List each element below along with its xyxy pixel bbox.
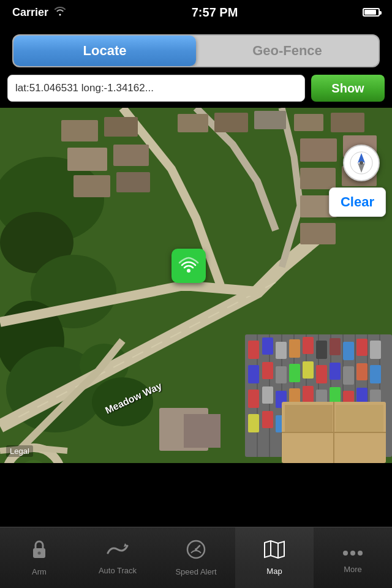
svg-rect-45 xyxy=(316,341,327,359)
tab-map[interactable]: Map xyxy=(235,527,314,588)
svg-rect-17 xyxy=(214,113,248,132)
carrier-label: Carrier xyxy=(12,6,48,19)
clear-button[interactable]: Clear xyxy=(329,187,386,217)
geo-fence-tab[interactable]: Geo-Fence xyxy=(196,36,379,66)
svg-rect-41 xyxy=(262,337,273,355)
svg-rect-16 xyxy=(178,114,208,132)
svg-rect-52 xyxy=(276,366,287,383)
svg-rect-64 xyxy=(303,386,314,403)
svg-rect-86 xyxy=(184,414,221,448)
svg-rect-46 xyxy=(330,338,341,355)
signal-icon xyxy=(178,255,200,277)
svg-rect-50 xyxy=(248,365,259,383)
tab-auto-track[interactable]: Auto Track xyxy=(78,527,157,588)
compass-icon xyxy=(349,151,374,175)
svg-rect-18 xyxy=(254,111,286,129)
svg-point-101 xyxy=(343,551,348,556)
svg-rect-53 xyxy=(289,364,300,382)
svg-rect-13 xyxy=(113,145,149,166)
svg-point-98 xyxy=(195,548,197,551)
tab-speed-alert-label: Speed Alert xyxy=(175,567,216,576)
svg-rect-21 xyxy=(300,138,337,162)
svg-rect-27 xyxy=(300,223,336,244)
lock-icon xyxy=(31,540,48,564)
status-right xyxy=(363,8,380,17)
svg-rect-11 xyxy=(104,117,138,137)
dots-icon xyxy=(342,541,364,561)
svg-rect-40 xyxy=(248,341,259,359)
legal-text: Legal xyxy=(6,445,33,457)
tab-bar: Arm Auto Track Speed Alert xyxy=(0,527,392,588)
coords-row: Show xyxy=(7,75,385,102)
svg-rect-20 xyxy=(331,113,364,132)
svg-point-91 xyxy=(360,161,363,165)
svg-rect-42 xyxy=(276,342,287,359)
svg-rect-57 xyxy=(343,366,354,385)
time-label: 7:57 PM xyxy=(192,6,238,20)
locate-tab[interactable]: Locate xyxy=(13,36,196,66)
tab-auto-track-label: Auto Track xyxy=(99,566,137,575)
svg-rect-60 xyxy=(248,390,259,408)
map-container[interactable]: Meadow Way Clear xyxy=(0,108,392,463)
svg-rect-81 xyxy=(285,405,333,432)
svg-rect-44 xyxy=(303,337,314,354)
svg-rect-66 xyxy=(330,387,341,404)
svg-rect-70 xyxy=(248,414,259,432)
svg-rect-10 xyxy=(61,120,98,141)
svg-rect-12 xyxy=(67,148,107,171)
tab-arm[interactable]: Arm xyxy=(0,527,78,588)
svg-rect-59 xyxy=(370,365,381,383)
svg-point-103 xyxy=(358,551,363,556)
svg-rect-56 xyxy=(330,363,341,380)
tab-more-label: More xyxy=(344,565,362,574)
svg-rect-61 xyxy=(262,386,273,404)
map-svg: Meadow Way xyxy=(0,108,392,463)
svg-rect-51 xyxy=(262,362,273,379)
svg-rect-48 xyxy=(356,339,368,356)
show-button[interactable]: Show xyxy=(311,75,385,102)
tab-more[interactable]: More xyxy=(314,527,392,588)
svg-rect-71 xyxy=(262,411,273,428)
wifi-icon xyxy=(53,6,67,18)
route-icon xyxy=(107,541,129,562)
svg-point-92 xyxy=(187,269,190,273)
tab-speed-alert[interactable]: Speed Alert xyxy=(157,527,235,588)
tab-map-label: Map xyxy=(266,567,282,576)
tracker-pin[interactable] xyxy=(172,249,206,283)
svg-rect-14 xyxy=(74,175,110,197)
tab-arm-label: Arm xyxy=(32,567,47,576)
svg-rect-23 xyxy=(300,168,336,189)
svg-rect-47 xyxy=(343,342,354,360)
speedometer-icon xyxy=(186,540,206,564)
status-left: Carrier xyxy=(12,6,67,19)
svg-rect-15 xyxy=(116,172,150,192)
svg-point-94 xyxy=(38,551,41,554)
coords-input[interactable] xyxy=(7,75,305,102)
segment-control: Locate Geo-Fence xyxy=(12,34,380,67)
svg-point-102 xyxy=(350,551,355,556)
map-icon xyxy=(263,540,285,563)
svg-rect-49 xyxy=(370,341,381,359)
battery-icon xyxy=(363,8,380,17)
svg-rect-55 xyxy=(316,365,327,383)
svg-rect-54 xyxy=(303,361,314,379)
svg-rect-19 xyxy=(294,114,323,131)
status-bar: Carrier 7:57 PM xyxy=(0,0,392,24)
compass-button[interactable] xyxy=(343,145,380,181)
svg-rect-58 xyxy=(356,363,368,380)
svg-rect-43 xyxy=(289,339,300,358)
svg-rect-82 xyxy=(336,405,383,432)
